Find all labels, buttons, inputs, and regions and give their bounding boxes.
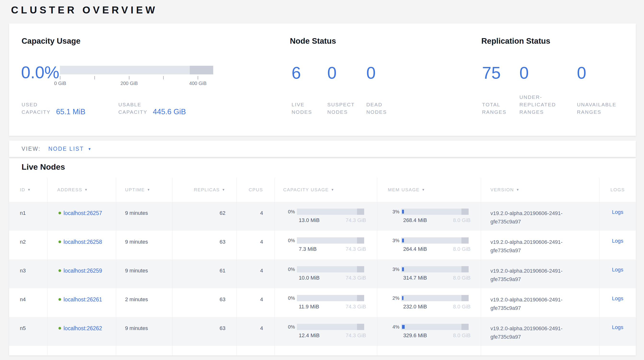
node-id: n1 bbox=[9, 202, 47, 231]
logs-link[interactable]: Logs bbox=[612, 295, 624, 301]
table-row: n4 localhost:26261 2 minutes 63 4 0% 11.… bbox=[9, 288, 636, 317]
mem-usage-cell: 3% 314.7 MiB8.0 GiB bbox=[377, 259, 481, 288]
capacity-bar bbox=[297, 266, 364, 272]
node-address-cell: localhost:26257 bbox=[47, 202, 116, 231]
live-status-dot-icon bbox=[58, 241, 61, 243]
suspect-nodes-stat: 0 SUSPECT NODES bbox=[327, 64, 360, 116]
logs-link[interactable]: Logs bbox=[612, 267, 624, 273]
mem-bar-fill bbox=[402, 210, 404, 214]
mem-used-value: 264.4 MiB bbox=[403, 246, 427, 252]
empty-cell bbox=[47, 346, 116, 355]
live-nodes-count: 6 bbox=[292, 64, 318, 82]
column-header-label: REPLICAS bbox=[194, 187, 220, 193]
dead-nodes-label: DEAD NODES bbox=[366, 101, 393, 116]
empty-cell bbox=[481, 346, 599, 355]
column-header-capacity-usage[interactable]: CAPACITY USAGE▼ bbox=[274, 177, 377, 202]
logs-cell: Logs bbox=[599, 231, 636, 259]
mem-bar-fill bbox=[402, 325, 405, 329]
node-id: n5 bbox=[9, 317, 47, 346]
column-header-label: UPTIME bbox=[125, 187, 145, 193]
node-uptime: 9 minutes bbox=[116, 317, 172, 346]
node-version: v19.2.0-alpha.20190606-2491-gfe735c9a97 bbox=[481, 317, 599, 346]
node-address-link[interactable]: localhost:26261 bbox=[64, 295, 102, 304]
logs-cell: Logs bbox=[599, 288, 636, 317]
node-cpus: 4 bbox=[236, 288, 274, 317]
table-row: n3 localhost:26259 9 minutes 61 4 0% 10.… bbox=[9, 259, 636, 288]
gauge-tick-label: 400 GiB bbox=[189, 81, 206, 86]
chevron-down-icon: ▼ bbox=[88, 147, 91, 151]
mem-used-value: 329.6 MiB bbox=[403, 332, 427, 339]
logs-link[interactable]: Logs bbox=[612, 238, 624, 244]
logs-cell: Logs bbox=[599, 317, 636, 346]
live-status-dot-icon bbox=[58, 212, 61, 214]
usable-capacity-stat: USABLE CAPACITY 445.6 GiB bbox=[118, 101, 186, 116]
table-row: n5 localhost:26262 9 minutes 63 4 0% 12.… bbox=[9, 317, 636, 346]
node-address-link[interactable]: localhost:26259 bbox=[64, 267, 102, 275]
node-address-cell: localhost:26259 bbox=[47, 259, 116, 288]
column-header-label: CAPACITY USAGE bbox=[283, 187, 329, 193]
capacity-usage-cell: 0% 12.4 MiB74.3 GiB bbox=[274, 317, 377, 346]
capacity-usage-cell: 0% 11.9 MiB74.3 GiB bbox=[274, 288, 377, 317]
gauge-tick-label: 0 GiB bbox=[54, 81, 66, 86]
column-header-version[interactable]: VERSION▼ bbox=[481, 177, 599, 202]
live-nodes-stat: 6 LIVE NODES bbox=[292, 64, 318, 116]
node-version: v19.2.0-alpha.20190606-2491-gfe735c9a97 bbox=[481, 288, 599, 317]
sort-arrow-icon: ▼ bbox=[516, 188, 520, 192]
view-selector-dropdown[interactable]: NODE LIST ▼ bbox=[48, 146, 91, 152]
mem-usage-cell: 2% 232.0 MiB8.0 GiB bbox=[377, 288, 481, 317]
sort-arrow-icon: ▼ bbox=[147, 188, 151, 192]
capacity-percent-label: 0% bbox=[275, 295, 297, 301]
capacity-max-value: 74.3 GiB bbox=[346, 304, 366, 310]
column-header-uptime[interactable]: UPTIME▼ bbox=[116, 177, 172, 202]
capacity-percent-label: 0% bbox=[275, 209, 297, 215]
node-address-cell: localhost:26258 bbox=[47, 231, 116, 259]
column-header-id[interactable]: ID▼ bbox=[9, 177, 47, 202]
mem-percent-label: 2% bbox=[377, 295, 401, 301]
logs-cell: Logs bbox=[599, 259, 636, 288]
live-status-dot-icon bbox=[58, 327, 61, 329]
column-header-cpus: CPUS bbox=[236, 177, 274, 202]
usable-capacity-label: USABLE CAPACITY bbox=[118, 101, 150, 116]
mem-max-value: 8.0 GiB bbox=[453, 246, 470, 252]
mem-usage-cell: 3% 268.4 MiB8.0 GiB bbox=[377, 202, 481, 231]
logs-link[interactable]: Logs bbox=[612, 209, 624, 215]
node-status-heading: Node Status bbox=[290, 37, 336, 46]
node-address-link[interactable]: localhost:26257 bbox=[64, 209, 102, 217]
capacity-percent-label: 0% bbox=[275, 237, 297, 244]
capacity-max-value: 74.3 GiB bbox=[346, 332, 366, 339]
node-address-link[interactable]: localhost:26262 bbox=[64, 324, 102, 332]
logs-link[interactable]: Logs bbox=[612, 324, 624, 330]
mem-bar-cap bbox=[462, 209, 468, 215]
gauge-tick bbox=[60, 76, 60, 79]
total-ranges-count: 75 bbox=[482, 64, 512, 82]
mem-max-value: 8.0 GiB bbox=[453, 304, 470, 310]
dead-nodes-count: 0 bbox=[366, 64, 393, 82]
empty-cell bbox=[116, 346, 172, 355]
cluster-summary-panel: Capacity Usage 0.0% 0 GiB 200 GiB 400 Gi… bbox=[9, 24, 636, 136]
capacity-usage-cell: 0% 10.0 MiB74.3 GiB bbox=[274, 259, 377, 288]
node-address-cell: localhost:26262 bbox=[47, 317, 116, 346]
dead-nodes-stat: 0 DEAD NODES bbox=[366, 64, 393, 116]
capacity-bar bbox=[297, 209, 364, 215]
mem-bar bbox=[401, 324, 468, 330]
capacity-max-value: 74.3 GiB bbox=[346, 217, 366, 224]
column-header-address[interactable]: ADDRESS▼ bbox=[47, 177, 116, 202]
gauge-tick bbox=[94, 76, 95, 79]
mem-bar-cap bbox=[462, 324, 468, 330]
node-address-link[interactable]: localhost:26258 bbox=[64, 238, 102, 246]
node-uptime: 9 minutes bbox=[116, 259, 172, 288]
empty-cell bbox=[172, 346, 236, 355]
node-uptime: 9 minutes bbox=[116, 202, 172, 231]
sort-arrow-icon: ▼ bbox=[28, 188, 31, 192]
node-id: n2 bbox=[9, 231, 47, 259]
column-header-mem-usage[interactable]: MEM USAGE▼ bbox=[377, 177, 481, 202]
column-header-label: MEM USAGE bbox=[388, 187, 420, 193]
node-address-cell: localhost:26261 bbox=[47, 288, 116, 317]
logs-cell: Logs bbox=[599, 202, 636, 231]
column-header-replicas[interactable]: REPLICAS▼ bbox=[172, 177, 236, 202]
live-nodes-table: ID▼ ADDRESS▼ UPTIME▼ REPLICAS▼ CPUS CAPA… bbox=[9, 177, 636, 355]
sort-arrow-icon: ▼ bbox=[422, 188, 425, 192]
mem-bar bbox=[401, 237, 468, 244]
view-selected-value: NODE LIST bbox=[48, 146, 84, 152]
total-ranges-stat: 75 TOTAL RANGES bbox=[482, 64, 512, 116]
